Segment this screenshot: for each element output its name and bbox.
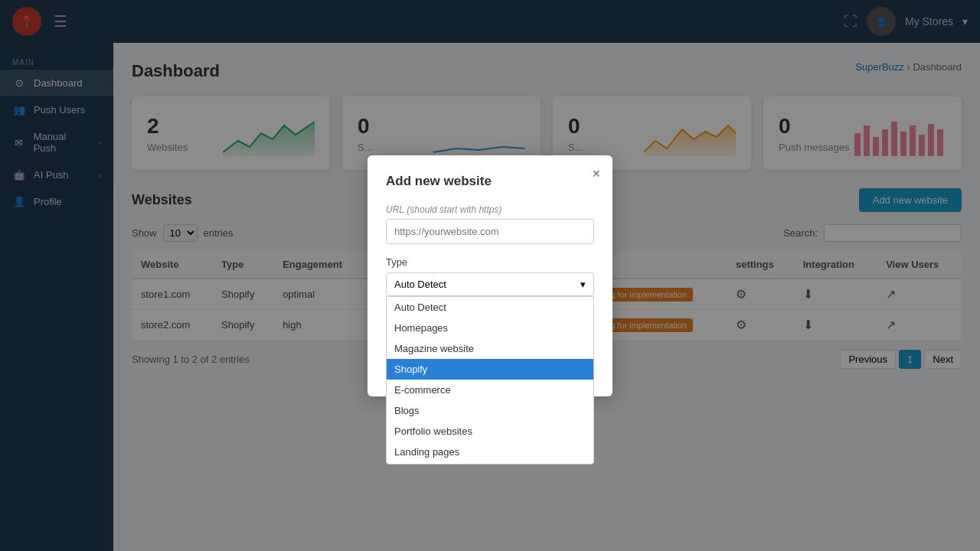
modal-overlay[interactable]: Add new website × URL (should start with… <box>0 0 980 551</box>
add-website-modal: Add new website × URL (should start with… <box>368 155 612 396</box>
dropdown-item-social[interactable]: Social media <box>387 462 593 465</box>
modal-close-button[interactable]: × <box>592 166 600 182</box>
url-note: (should start with https) <box>407 204 501 215</box>
chevron-down-icon: ▾ <box>580 279 586 290</box>
dropdown-item-portfolio[interactable]: Portfolio websites <box>387 421 593 442</box>
dropdown-selected-value[interactable]: Auto Detect ▾ <box>386 272 594 296</box>
dropdown-item-landing[interactable]: Landing pages <box>387 442 593 462</box>
dropdown-item-shopify[interactable]: Shopify <box>387 359 593 380</box>
selected-type-text: Auto Detect <box>394 279 446 290</box>
type-label: Type <box>386 256 594 268</box>
dropdown-item-blogs[interactable]: Blogs <box>387 400 593 421</box>
dropdown-item-homepages[interactable]: Homepages <box>387 318 593 338</box>
modal-title: Add new website <box>386 174 594 189</box>
dropdown-item-auto-detect[interactable]: Auto Detect <box>387 297 593 318</box>
type-dropdown[interactable]: Auto Detect ▾ Auto Detect Homepages Maga… <box>386 272 594 296</box>
dropdown-item-ecommerce[interactable]: E-commerce <box>387 380 593 400</box>
url-input[interactable] <box>386 219 594 244</box>
url-field-label: URL (should start with https) <box>386 204 594 215</box>
dropdown-item-magazine[interactable]: Magazine website <box>387 338 593 359</box>
dropdown-list[interactable]: Auto Detect Homepages Magazine website S… <box>386 296 594 465</box>
